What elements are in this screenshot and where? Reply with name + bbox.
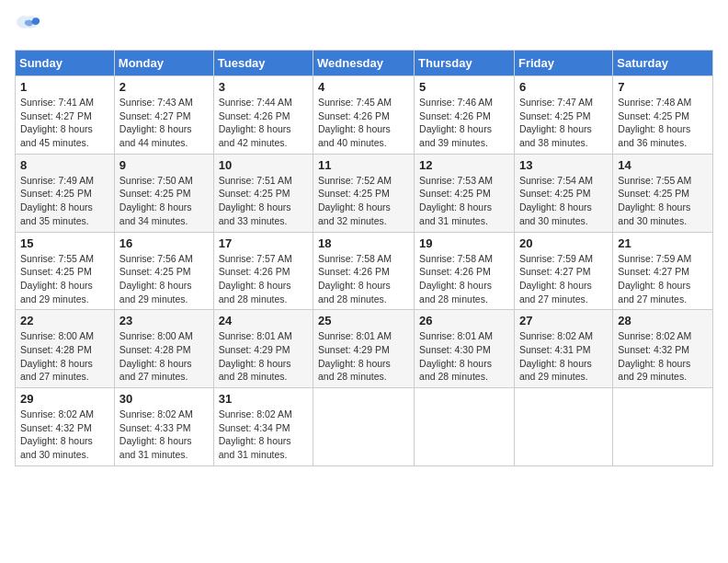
- day-number: 12: [419, 158, 509, 172]
- calendar-cell: 7 Sunrise: 7:48 AM Sunset: 4:25 PM Dayli…: [613, 76, 713, 155]
- day-number: 6: [519, 80, 608, 94]
- calendar-cell: 22 Sunrise: 8:00 AM Sunset: 4:28 PM Dayl…: [16, 310, 115, 388]
- calendar-cell: 14 Sunrise: 7:55 AM Sunset: 4:25 PM Dayl…: [613, 154, 713, 232]
- calendar-week-2: 8 Sunrise: 7:49 AM Sunset: 4:25 PM Dayli…: [16, 154, 713, 232]
- day-info: Sunrise: 7:59 AM Sunset: 4:27 PM Dayligh…: [519, 252, 608, 306]
- day-info: Sunrise: 7:48 AM Sunset: 4:25 PM Dayligh…: [618, 96, 708, 150]
- day-number: 28: [618, 314, 708, 327]
- calendar-cell: 29 Sunrise: 8:02 AM Sunset: 4:32 PM Dayl…: [16, 388, 115, 466]
- day-number: 22: [20, 314, 109, 327]
- day-number: 2: [119, 80, 209, 94]
- logo-icon: [15, 15, 40, 39]
- calendar-cell: 26 Sunrise: 8:01 AM Sunset: 4:30 PM Dayl…: [415, 310, 515, 388]
- day-number: 21: [618, 236, 708, 250]
- day-number: 23: [119, 314, 209, 327]
- calendar-cell: [415, 388, 515, 466]
- calendar-week-1: 1 Sunrise: 7:41 AM Sunset: 4:27 PM Dayli…: [16, 76, 713, 155]
- calendar-cell: 21 Sunrise: 7:59 AM Sunset: 4:27 PM Dayl…: [613, 232, 713, 310]
- calendar-cell: 9 Sunrise: 7:50 AM Sunset: 4:25 PM Dayli…: [114, 154, 213, 232]
- day-number: 29: [20, 392, 109, 406]
- calendar-cell: 23 Sunrise: 8:00 AM Sunset: 4:28 PM Dayl…: [114, 310, 213, 388]
- calendar-cell: 13 Sunrise: 7:54 AM Sunset: 4:25 PM Dayl…: [514, 154, 612, 232]
- day-number: 30: [119, 392, 209, 406]
- day-info: Sunrise: 8:01 AM Sunset: 4:29 PM Dayligh…: [219, 329, 308, 384]
- calendar-cell: 31 Sunrise: 8:02 AM Sunset: 4:34 PM Dayl…: [213, 388, 313, 466]
- calendar-cell: 10 Sunrise: 7:51 AM Sunset: 4:25 PM Dayl…: [213, 154, 313, 232]
- page-header: [15, 15, 713, 39]
- logo: [15, 15, 44, 39]
- day-number: 31: [219, 392, 308, 406]
- day-number: 20: [519, 236, 608, 250]
- day-number: 19: [419, 236, 509, 250]
- calendar-cell: 2 Sunrise: 7:43 AM Sunset: 4:27 PM Dayli…: [114, 76, 213, 155]
- day-info: Sunrise: 8:00 AM Sunset: 4:28 PM Dayligh…: [119, 329, 209, 384]
- weekday-header-sunday: Sunday: [16, 51, 115, 76]
- calendar-cell: 17 Sunrise: 7:57 AM Sunset: 4:26 PM Dayl…: [213, 232, 313, 310]
- day-info: Sunrise: 7:58 AM Sunset: 4:26 PM Dayligh…: [419, 252, 509, 306]
- calendar-cell: 8 Sunrise: 7:49 AM Sunset: 4:25 PM Dayli…: [16, 154, 115, 232]
- weekday-header-thursday: Thursday: [415, 51, 515, 76]
- calendar-cell: 16 Sunrise: 7:56 AM Sunset: 4:25 PM Dayl…: [114, 232, 213, 310]
- calendar-cell: 5 Sunrise: 7:46 AM Sunset: 4:26 PM Dayli…: [415, 76, 515, 155]
- day-info: Sunrise: 7:41 AM Sunset: 4:27 PM Dayligh…: [20, 96, 109, 150]
- day-info: Sunrise: 8:02 AM Sunset: 4:34 PM Dayligh…: [219, 408, 308, 462]
- day-info: Sunrise: 7:57 AM Sunset: 4:26 PM Dayligh…: [219, 252, 308, 306]
- day-info: Sunrise: 7:47 AM Sunset: 4:25 PM Dayligh…: [519, 96, 608, 150]
- calendar-cell: 6 Sunrise: 7:47 AM Sunset: 4:25 PM Dayli…: [514, 76, 612, 155]
- day-info: Sunrise: 7:44 AM Sunset: 4:26 PM Dayligh…: [219, 96, 308, 150]
- calendar-cell: 15 Sunrise: 7:55 AM Sunset: 4:25 PM Dayl…: [16, 232, 115, 310]
- calendar-cell: 11 Sunrise: 7:52 AM Sunset: 4:25 PM Dayl…: [313, 154, 415, 232]
- calendar-cell: 28 Sunrise: 8:02 AM Sunset: 4:32 PM Dayl…: [613, 310, 713, 388]
- calendar-cell: 19 Sunrise: 7:58 AM Sunset: 4:26 PM Dayl…: [415, 232, 515, 310]
- calendar-cell: [613, 388, 713, 466]
- day-info: Sunrise: 7:51 AM Sunset: 4:25 PM Dayligh…: [219, 174, 308, 228]
- day-info: Sunrise: 7:43 AM Sunset: 4:27 PM Dayligh…: [119, 96, 209, 150]
- day-number: 18: [318, 236, 409, 250]
- calendar-header-row: SundayMondayTuesdayWednesdayThursdayFrid…: [16, 51, 713, 76]
- day-info: Sunrise: 7:59 AM Sunset: 4:27 PM Dayligh…: [618, 252, 708, 306]
- calendar-cell: 3 Sunrise: 7:44 AM Sunset: 4:26 PM Dayli…: [213, 76, 313, 155]
- day-info: Sunrise: 7:54 AM Sunset: 4:25 PM Dayligh…: [519, 174, 608, 228]
- day-info: Sunrise: 8:01 AM Sunset: 4:30 PM Dayligh…: [419, 329, 509, 384]
- calendar-table: SundayMondayTuesdayWednesdayThursdayFrid…: [15, 50, 713, 466]
- day-info: Sunrise: 8:01 AM Sunset: 4:29 PM Dayligh…: [318, 329, 409, 384]
- calendar-cell: 20 Sunrise: 7:59 AM Sunset: 4:27 PM Dayl…: [514, 232, 612, 310]
- day-info: Sunrise: 7:46 AM Sunset: 4:26 PM Dayligh…: [419, 96, 509, 150]
- day-info: Sunrise: 8:02 AM Sunset: 4:31 PM Dayligh…: [519, 329, 608, 384]
- day-number: 13: [519, 158, 608, 172]
- day-number: 26: [419, 314, 509, 327]
- calendar-week-5: 29 Sunrise: 8:02 AM Sunset: 4:32 PM Dayl…: [16, 388, 713, 466]
- calendar-week-4: 22 Sunrise: 8:00 AM Sunset: 4:28 PM Dayl…: [16, 310, 713, 388]
- day-info: Sunrise: 8:02 AM Sunset: 4:33 PM Dayligh…: [119, 408, 209, 462]
- day-number: 5: [419, 80, 509, 94]
- calendar-week-3: 15 Sunrise: 7:55 AM Sunset: 4:25 PM Dayl…: [16, 232, 713, 310]
- day-info: Sunrise: 7:55 AM Sunset: 4:25 PM Dayligh…: [618, 174, 708, 228]
- day-info: Sunrise: 7:56 AM Sunset: 4:25 PM Dayligh…: [119, 252, 209, 306]
- calendar-cell: 12 Sunrise: 7:53 AM Sunset: 4:25 PM Dayl…: [415, 154, 515, 232]
- day-number: 15: [20, 236, 109, 250]
- day-number: 9: [119, 158, 209, 172]
- day-number: 4: [318, 80, 409, 94]
- day-number: 11: [318, 158, 409, 172]
- weekday-header-saturday: Saturday: [613, 51, 713, 76]
- day-number: 10: [219, 158, 308, 172]
- day-info: Sunrise: 7:55 AM Sunset: 4:25 PM Dayligh…: [20, 252, 109, 306]
- day-number: 8: [20, 158, 109, 172]
- day-info: Sunrise: 7:52 AM Sunset: 4:25 PM Dayligh…: [318, 174, 409, 228]
- day-number: 7: [618, 80, 708, 94]
- calendar-cell: 25 Sunrise: 8:01 AM Sunset: 4:29 PM Dayl…: [313, 310, 415, 388]
- calendar-cell: 24 Sunrise: 8:01 AM Sunset: 4:29 PM Dayl…: [213, 310, 313, 388]
- day-number: 17: [219, 236, 308, 250]
- calendar-cell: [514, 388, 612, 466]
- calendar-cell: 30 Sunrise: 8:02 AM Sunset: 4:33 PM Dayl…: [114, 388, 213, 466]
- day-number: 24: [219, 314, 308, 327]
- calendar-cell: 1 Sunrise: 7:41 AM Sunset: 4:27 PM Dayli…: [16, 76, 115, 155]
- day-number: 25: [318, 314, 409, 327]
- day-info: Sunrise: 7:45 AM Sunset: 4:26 PM Dayligh…: [318, 96, 409, 150]
- day-number: 16: [119, 236, 209, 250]
- day-number: 27: [519, 314, 608, 327]
- weekday-header-wednesday: Wednesday: [313, 51, 415, 76]
- calendar-cell: 27 Sunrise: 8:02 AM Sunset: 4:31 PM Dayl…: [514, 310, 612, 388]
- day-number: 3: [219, 80, 308, 94]
- day-info: Sunrise: 7:58 AM Sunset: 4:26 PM Dayligh…: [318, 252, 409, 306]
